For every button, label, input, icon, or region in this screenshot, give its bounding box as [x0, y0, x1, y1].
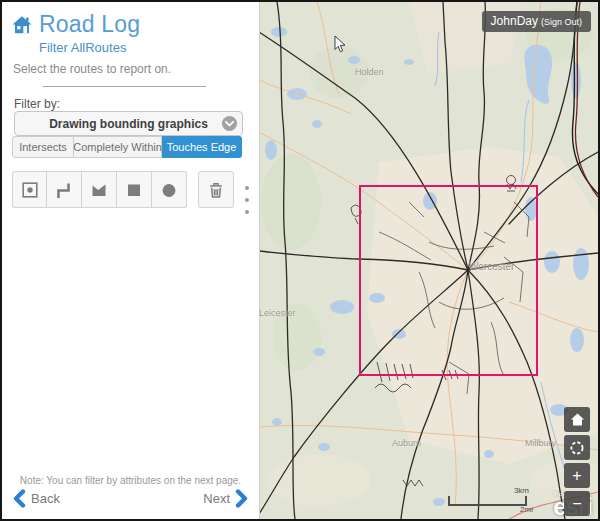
map-label-auburn: Auburn — [392, 438, 421, 448]
polygon-tool-icon — [90, 181, 108, 199]
drag-dot — [245, 186, 249, 190]
chevron-right-icon — [235, 489, 249, 508]
left-panel: Road Log Filter AllRoutes Select the rou… — [2, 2, 260, 519]
rectangle-tool-icon — [125, 181, 143, 199]
user-sign-out-button[interactable]: JohnDay(Sign Out) — [482, 11, 591, 32]
point-tool-icon — [21, 181, 39, 199]
home-icon — [570, 412, 585, 427]
scale-km-label: 3km — [514, 486, 529, 495]
next-button[interactable]: Next — [203, 489, 249, 508]
panel-drag-handle[interactable] — [245, 186, 249, 214]
map-controls: + − — [564, 407, 590, 516]
spatial-filter-mode-group: Intersects Completely Within Touches Edg… — [12, 136, 242, 158]
trash-icon — [207, 181, 225, 199]
back-label: Back — [31, 491, 60, 506]
mode-button-touches-edge[interactable]: Touches Edge — [162, 136, 242, 158]
home-extent-button[interactable] — [564, 407, 590, 432]
draw-tools-toolbar — [12, 171, 234, 208]
filter-by-label: Filter by: — [14, 97, 60, 111]
app-home-icon[interactable] — [11, 14, 33, 36]
chevron-left-icon — [12, 489, 26, 508]
mode-button-completely-within[interactable]: Completely Within — [74, 136, 162, 158]
map-label-millbury: Millbury — [525, 438, 556, 448]
road-log-app-window: Road Log Filter AllRoutes Select the rou… — [0, 0, 600, 521]
polygon-tool-button[interactable] — [82, 171, 117, 208]
dropdown-selected-value: Drawing bounding graphics — [49, 117, 208, 131]
chevron-down-icon[interactable] — [221, 115, 238, 132]
map-canvas[interactable]: Holden Worcester Leicester Auburn Millbu… — [259, 2, 598, 519]
back-button[interactable]: Back — [12, 489, 60, 508]
instruction-text: Select the routes to report on. — [13, 62, 171, 76]
zoom-in-button[interactable]: + — [564, 463, 590, 488]
filter-type-dropdown[interactable]: Drawing bounding graphics — [14, 111, 243, 136]
circle-tool-button[interactable] — [152, 171, 187, 208]
locate-button[interactable] — [564, 435, 590, 460]
page-title: Road Log — [39, 11, 140, 38]
map-label-leicester: Leicester — [259, 308, 296, 318]
locate-icon — [569, 440, 585, 456]
map-label-worcester: Worcester — [469, 261, 514, 272]
next-label: Next — [203, 491, 230, 506]
map-label-holden: Holden — [355, 67, 384, 77]
polyline-tool-button[interactable] — [47, 171, 82, 208]
clear-graphics-button[interactable] — [198, 171, 234, 208]
polyline-tool-icon — [55, 181, 73, 199]
zoom-out-button[interactable]: − — [564, 491, 590, 516]
divider — [43, 86, 206, 87]
minus-icon: − — [572, 495, 581, 513]
drag-dot — [245, 210, 249, 214]
mode-button-intersects[interactable]: Intersects — [12, 136, 74, 158]
note-text: Note: You can filter by attributes on th… — [2, 475, 259, 486]
point-tool-button[interactable] — [12, 171, 47, 208]
app-header: Road Log — [11, 11, 140, 38]
sign-out-label: (Sign Out) — [541, 17, 582, 27]
scale-bar: 3km 2mi — [448, 496, 527, 506]
rectangle-tool-button[interactable] — [117, 171, 152, 208]
filter-allroutes-link[interactable]: Filter AllRoutes — [39, 40, 126, 55]
wizard-nav: Back Next — [12, 489, 249, 513]
scale-mi-label: 2mi — [520, 505, 533, 514]
drag-dot — [245, 198, 249, 202]
circle-tool-icon — [160, 181, 178, 199]
username: JohnDay — [491, 14, 538, 28]
plus-icon: + — [572, 467, 581, 485]
